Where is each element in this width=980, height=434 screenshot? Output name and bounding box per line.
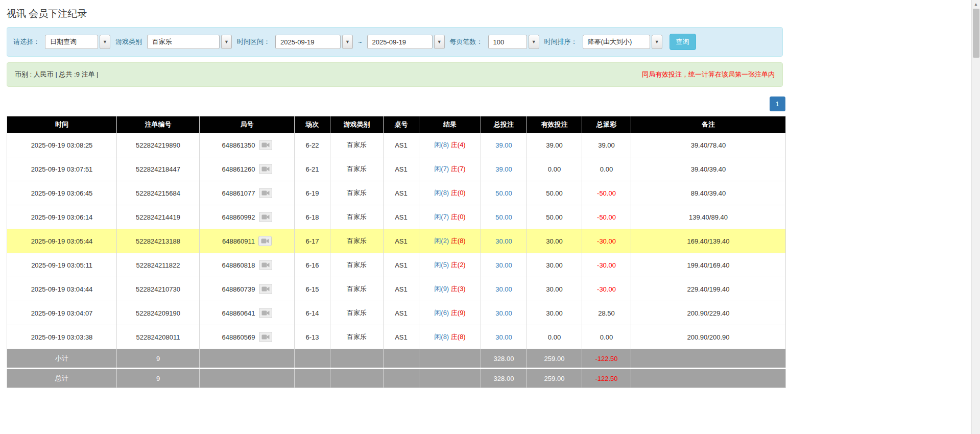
cell-game-type: 百家乐	[330, 277, 384, 301]
cell-bet-id: 522824214419	[117, 205, 200, 229]
cell-total-bet: 30.00	[481, 229, 527, 253]
total-row: 总计 9 328.00 259.00 -122.50	[7, 369, 786, 388]
date-to-value[interactable]: 2025-09-19	[367, 35, 433, 49]
cell-result: 闲(8) 庄(8)	[419, 325, 481, 349]
time-sort-caret[interactable]: ▼	[652, 35, 662, 49]
date-to-picker[interactable]: 2025-09-19 ▼	[367, 35, 445, 49]
select-type-label: 请选择：	[13, 37, 40, 46]
cell-valid-bet: 39.00	[527, 133, 582, 157]
cell-result: 闲(6) 庄(9)	[419, 301, 481, 325]
search-button[interactable]: 查询	[670, 34, 696, 50]
total-bet-link[interactable]: 30.00	[495, 285, 512, 293]
total-bet-link[interactable]: 30.00	[495, 237, 512, 245]
time-sort-value[interactable]: 降幂(由大到小)	[583, 35, 650, 49]
video-replay-icon[interactable]	[259, 284, 272, 294]
page-size-caret[interactable]: ▼	[529, 35, 539, 49]
scrollbar-thumb[interactable]	[973, 9, 979, 58]
video-replay-icon[interactable]	[258, 236, 272, 246]
cell-payout: -50.00	[582, 205, 631, 229]
cell-table-no: AS1	[384, 325, 419, 349]
cell-session: 6-21	[295, 157, 330, 181]
header-payout: 总派彩	[582, 116, 631, 133]
game-type-dropdown[interactable]: 百家乐 ▼	[147, 35, 232, 49]
cell-total-bet: 30.00	[481, 277, 527, 301]
date-to-caret[interactable]: ▼	[434, 35, 445, 49]
table-row: 2025-09-19 03:06:14 522824214419 6488609…	[7, 205, 786, 229]
result-player: 闲(8)	[434, 141, 449, 149]
cell-payout: 0.00	[582, 325, 631, 349]
total-bet-link[interactable]: 30.00	[495, 309, 512, 317]
cell-note: 200.90/200.90	[631, 325, 786, 349]
cell-time: 2025-09-19 03:08:25	[7, 133, 117, 157]
cell-bet-id: 522824219890	[117, 133, 200, 157]
cell-result: 闲(7) 庄(7)	[419, 157, 481, 181]
scroll-up-arrow[interactable]: ▲	[972, 0, 980, 9]
video-replay-icon[interactable]	[259, 140, 272, 150]
cell-payout: 0.00	[582, 157, 631, 181]
result-banker: 庄(8)	[451, 237, 466, 245]
header-result: 结果	[419, 116, 481, 133]
table-row: 2025-09-19 03:04:07 522824209190 6488606…	[7, 301, 786, 325]
video-replay-icon[interactable]	[259, 212, 272, 222]
date-from-picker[interactable]: 2025-09-19 ▼	[275, 35, 353, 49]
cell-table-no: AS1	[384, 205, 419, 229]
cell-round-id: 648860992	[200, 205, 295, 229]
cell-game-type: 百家乐	[330, 301, 384, 325]
cell-total-bet: 50.00	[481, 205, 527, 229]
result-banker: 庄(2)	[451, 261, 466, 269]
page-size-value[interactable]: 100	[488, 35, 527, 49]
time-sort-dropdown[interactable]: 降幂(由大到小) ▼	[583, 35, 662, 49]
video-replay-icon[interactable]	[259, 164, 272, 174]
cell-payout: -30.00	[582, 229, 631, 253]
cell-bet-id: 522824210730	[117, 277, 200, 301]
total-bet-link[interactable]: 39.00	[495, 165, 512, 173]
date-from-value[interactable]: 2025-09-19	[275, 35, 341, 49]
video-replay-icon[interactable]	[259, 188, 272, 198]
total-bet-link[interactable]: 30.00	[495, 333, 512, 341]
cell-valid-bet: 0.00	[527, 325, 582, 349]
cell-total-bet: 39.00	[481, 133, 527, 157]
table-row: 2025-09-19 03:05:11 522824211822 6488608…	[7, 253, 786, 277]
total-bet-link[interactable]: 30.00	[495, 261, 512, 269]
cell-valid-bet: 0.00	[527, 157, 582, 181]
header-bet-id: 注单编号	[117, 116, 200, 133]
total-bet-link[interactable]: 39.00	[495, 141, 512, 149]
header-game-type: 游戏类别	[330, 116, 384, 133]
records-body: 2025-09-19 03:08:25 522824219890 6488613…	[7, 133, 786, 349]
result-player: 闲(5)	[434, 261, 449, 269]
video-replay-icon[interactable]	[259, 260, 272, 270]
subtotal-payout: -122.50	[582, 349, 631, 369]
cell-note: 89.40/39.40	[631, 181, 786, 205]
query-type-caret[interactable]: ▼	[100, 35, 110, 49]
header-session: 场次	[295, 116, 330, 133]
cell-game-type: 百家乐	[330, 205, 384, 229]
page-size-dropdown[interactable]: 100 ▼	[488, 35, 539, 49]
total-bet-link[interactable]: 50.00	[495, 189, 512, 197]
vertical-scrollbar[interactable]: ▲	[971, 0, 980, 434]
video-replay-icon[interactable]	[259, 332, 272, 342]
cell-valid-bet: 30.00	[527, 277, 582, 301]
currency-total-info: 币别 : 人民币 | 总共 :9 注单 |	[15, 70, 99, 79]
round-id-text: 648860818	[222, 261, 255, 269]
table-row: 2025-09-19 03:03:38 522824208011 6488605…	[7, 325, 786, 349]
total-label: 总计	[7, 369, 117, 388]
total-bet-link[interactable]: 50.00	[495, 213, 512, 221]
date-from-caret[interactable]: ▼	[342, 35, 353, 49]
game-type-caret[interactable]: ▼	[221, 35, 232, 49]
cell-valid-bet: 50.00	[527, 205, 582, 229]
query-type-value[interactable]: 日期查询	[45, 35, 98, 49]
cell-bet-id: 522824208011	[117, 325, 200, 349]
cell-payout: -30.00	[582, 277, 631, 301]
result-player: 闲(6)	[434, 309, 449, 317]
chevron-down-icon: ▼	[103, 39, 107, 44]
header-round-id: 局号	[200, 116, 295, 133]
game-type-value[interactable]: 百家乐	[147, 35, 220, 49]
page-1-button[interactable]: 1	[770, 97, 785, 111]
video-replay-icon[interactable]	[259, 308, 272, 318]
round-id-text: 648860569	[222, 333, 255, 341]
cell-session: 6-15	[295, 277, 330, 301]
cell-payout: -50.00	[582, 181, 631, 205]
cell-table-no: AS1	[384, 181, 419, 205]
query-type-dropdown[interactable]: 日期查询 ▼	[45, 35, 110, 49]
subtotal-valid-bet: 259.00	[527, 349, 582, 369]
